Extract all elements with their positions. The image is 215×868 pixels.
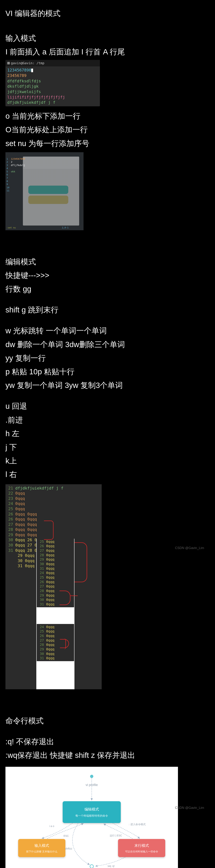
terminal-icon <box>7 62 10 64</box>
status-left: :set nu <box>6 226 16 229</box>
heading-cmdline: 命令行模式 <box>5 715 210 727</box>
text-h: h 左 <box>5 428 210 440</box>
text-p: p 粘贴 10p 粘贴十行 <box>5 366 210 378</box>
diagram-label-iao: i a o <box>50 824 54 828</box>
terminal-title-text: gavin@Gavin: /tmp <box>11 61 44 66</box>
terminal-line: dksfldfjdljgk <box>7 84 98 89</box>
text-j: j 下 <box>5 441 210 453</box>
terminal-line: dfjdkfjuiekdfjdf j f <box>7 100 98 105</box>
terminal-screenshot-3: 21dfjdkfjuiekdfjdf j f220qqq230qqq240qqq… <box>5 484 102 689</box>
text-o-lower: o 当前光标下添加一行 <box>5 110 210 122</box>
text-l: l 右 <box>5 468 210 480</box>
terminal-line: dfdfdfksdlfdjs <box>7 79 98 84</box>
diagram-label-esc-right: 运行 | ESC <box>110 834 122 838</box>
terminal-screenshot-2: 1234567891011 12345678902dfljfkdslj okk … <box>5 152 84 230</box>
diagram-node-edit-sub: 每一个终端都有特有的命令 <box>75 813 108 818</box>
watermark-2: CSDN @Gavin_Lim <box>175 805 204 810</box>
diagram-node-cmd-sub: 可以在任何时候输入一些命令 <box>125 849 158 854</box>
text-w: w 光标跳转 一个单词一个单词 <box>5 324 210 337</box>
diagram-start-dot <box>90 775 93 778</box>
terminal-titlebar: gavin@Gavin: /tmp <box>5 60 100 67</box>
status-right: 2,0-1 <box>62 226 68 229</box>
text-dot: .前进 <box>5 414 210 426</box>
text-o-upper: O当前光标处上添加一行 <box>5 124 210 136</box>
diagram-caption: vi profile <box>86 782 98 787</box>
terminal-screenshot-1: gavin@Gavin: /tmp 123456789023456789dfdf… <box>5 60 100 106</box>
text-yw: yw 复制一个单词 3yw 复制3个单词 <box>5 379 210 391</box>
text-q: :q! 不保存退出 <box>5 736 210 748</box>
text-shiftg: shift g 跳到末行 <box>5 304 210 316</box>
diagram-node-input: 输入模式 按下什么按键 文本输出什么 <box>18 839 65 857</box>
watermark-1: CSDN @Gavin_Lim <box>175 546 204 551</box>
terminal-line: jdfjjkweloijfs <box>7 89 98 95</box>
text-k: k上 <box>5 455 210 467</box>
heading-input: 输入模式 <box>5 32 210 44</box>
diagram-label-esc-left: ESC <box>64 834 69 838</box>
diagram-label-wq: :wq :q! <box>107 864 115 868</box>
text-gg: 行数 gg <box>5 283 210 295</box>
text-dw: dw 删除一个单词 3dw删除三个单词 <box>5 338 210 350</box>
diagram-node-cmd-title: 末行模式 <box>134 843 149 848</box>
diagram-node-input-sub: 按下什么按键 文本输出什么 <box>26 849 57 854</box>
terminal-line: 23456789 <box>7 73 98 79</box>
diagram-node-edit: 编辑模式 每一个终端都有特有的命令 <box>63 801 121 823</box>
heading-edit: 编辑模式 <box>5 256 210 268</box>
diagram-node-input-title: 输入模式 <box>34 843 49 848</box>
terminal-line: lijifififjfjfjfjfjfjfjfj <box>7 95 98 100</box>
diagram-node-edit-title: 编辑模式 <box>85 806 99 812</box>
text-u: u 回退 <box>5 400 210 412</box>
text-set-nu: set nu 为每一行添加序号 <box>5 137 210 150</box>
text-wq: :wq保存退出 快捷键 shift z 保存并退出 <box>5 749 210 761</box>
vi-mode-diagram: vi profile 编辑模式 每一个终端都有特有的命令 输入模式 按下什么按键… <box>5 767 178 868</box>
text-insert-keys: I 前面插入 a 后面追加 I 行首 A 行尾 <box>5 46 210 58</box>
diagram-label-colon: ：进入命令模式 <box>128 822 146 826</box>
diagram-end-dot <box>90 864 94 868</box>
terminal-line: 1234567890 <box>7 67 98 73</box>
page-title: VI 编辑器的模式 <box>5 7 210 20</box>
diagram-label-shiftzz: shiftzz <box>65 846 72 850</box>
text-yy: yy 复制一行 <box>5 352 210 364</box>
diagram-node-cmd: 末行模式 可以在任何时候输入一些命令 <box>118 839 165 857</box>
text-shortcuts: 快捷键--->>> <box>5 269 210 281</box>
